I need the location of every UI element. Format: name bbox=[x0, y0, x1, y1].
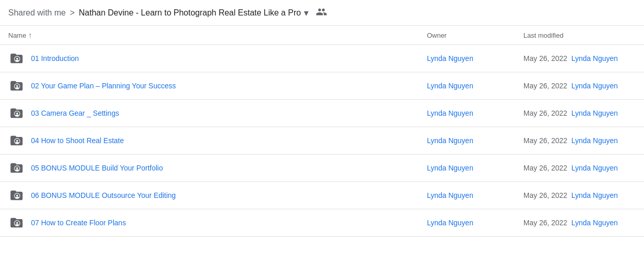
owner-cell: Lynda Nguyen bbox=[419, 209, 515, 237]
file-name-cell: 07 How to Create Floor Plans bbox=[0, 209, 272, 236]
file-name-cell: 06 BONUS MODULE Outsource Your Editing bbox=[0, 182, 272, 209]
owner-cell: Lynda Nguyen bbox=[419, 45, 515, 72]
table-row: 06 BONUS MODULE Outsource Your Editing L… bbox=[0, 182, 644, 209]
folder-icon bbox=[8, 78, 25, 94]
current-folder-label: Nathan Devine - Learn to Photograph Real… bbox=[79, 7, 309, 19]
file-name-cell: 04 How to Shoot Real Estate bbox=[0, 127, 272, 154]
table-row: 04 How to Shoot Real Estate Lynda Nguyen… bbox=[0, 127, 644, 155]
table-row: 01 Introduction Lynda Nguyen May 26, 202… bbox=[0, 45, 644, 72]
file-table: Name ↑ Owner Last modified 01 Introducti… bbox=[0, 26, 644, 237]
shared-people-icon[interactable] bbox=[316, 6, 327, 19]
modifier-name: Lynda Nguyen bbox=[572, 109, 618, 117]
modifier-name: Lynda Nguyen bbox=[572, 136, 618, 145]
shared-with-me-link[interactable]: Shared with me bbox=[8, 8, 66, 18]
modified-cell: May 26, 2022 Lynda Nguyen bbox=[515, 127, 644, 155]
owner-cell: Lynda Nguyen bbox=[419, 155, 515, 182]
table-row: 07 How to Create Floor Plans Lynda Nguye… bbox=[0, 209, 644, 237]
folder-icon bbox=[8, 105, 25, 121]
column-header-last-modified[interactable]: Last modified bbox=[515, 26, 644, 45]
folder-icon bbox=[8, 214, 25, 231]
modified-cell: May 26, 2022 Lynda Nguyen bbox=[515, 100, 644, 127]
owner-cell: Lynda Nguyen bbox=[419, 100, 515, 127]
file-name-link[interactable]: 05 BONUS MODULE Build Your Portfolio bbox=[31, 164, 163, 172]
owner-cell: Lynda Nguyen bbox=[419, 182, 515, 209]
dropdown-arrow-icon[interactable]: ▾ bbox=[304, 7, 309, 19]
owner-cell: Lynda Nguyen bbox=[419, 127, 515, 155]
modifier-name: Lynda Nguyen bbox=[572, 54, 618, 63]
modifier-name: Lynda Nguyen bbox=[572, 82, 618, 90]
modified-cell: May 26, 2022 Lynda Nguyen bbox=[515, 209, 644, 237]
current-folder-name: Nathan Devine - Learn to Photograph Real… bbox=[79, 8, 301, 18]
owner-cell: Lynda Nguyen bbox=[419, 72, 515, 100]
folder-icon bbox=[8, 187, 25, 204]
file-name-link[interactable]: 03 Camera Gear _ Settings bbox=[31, 109, 119, 117]
column-header-name[interactable]: Name ↑ bbox=[0, 26, 419, 45]
file-name-cell: 05 BONUS MODULE Build Your Portfolio bbox=[0, 155, 272, 181]
file-name-cell: 02 Your Game Plan – Planning Your Succes… bbox=[0, 72, 272, 99]
modified-cell: May 26, 2022 Lynda Nguyen bbox=[515, 182, 644, 209]
modified-cell: May 26, 2022 Lynda Nguyen bbox=[515, 155, 644, 182]
table-row: 03 Camera Gear _ Settings Lynda Nguyen M… bbox=[0, 100, 644, 127]
file-name-cell: 01 Introduction bbox=[0, 45, 272, 72]
modified-cell: May 26, 2022 Lynda Nguyen bbox=[515, 72, 644, 100]
breadcrumb: Shared with me > Nathan Devine - Learn t… bbox=[0, 0, 644, 26]
column-header-owner[interactable]: Owner bbox=[419, 26, 515, 45]
modified-cell: May 26, 2022 Lynda Nguyen bbox=[515, 45, 644, 72]
table-row: 05 BONUS MODULE Build Your Portfolio Lyn… bbox=[0, 155, 644, 182]
file-name-link[interactable]: 02 Your Game Plan – Planning Your Succes… bbox=[31, 82, 176, 90]
file-name-link[interactable]: 07 How to Create Floor Plans bbox=[31, 219, 126, 227]
folder-icon bbox=[8, 160, 25, 176]
file-name-cell: 03 Camera Gear _ Settings bbox=[0, 100, 272, 127]
table-row: 02 Your Game Plan – Planning Your Succes… bbox=[0, 72, 644, 100]
sort-arrow-icon: ↑ bbox=[28, 31, 32, 39]
modifier-name: Lynda Nguyen bbox=[572, 191, 618, 199]
modifier-name: Lynda Nguyen bbox=[572, 219, 618, 227]
breadcrumb-separator: > bbox=[70, 8, 74, 18]
table-header-row: Name ↑ Owner Last modified bbox=[0, 26, 644, 45]
file-name-link[interactable]: 04 How to Shoot Real Estate bbox=[31, 136, 124, 145]
folder-icon bbox=[8, 132, 25, 149]
file-name-link[interactable]: 01 Introduction bbox=[31, 54, 79, 63]
folder-icon bbox=[8, 50, 25, 67]
modifier-name: Lynda Nguyen bbox=[572, 164, 618, 172]
file-name-link[interactable]: 06 BONUS MODULE Outsource Your Editing bbox=[31, 191, 176, 199]
